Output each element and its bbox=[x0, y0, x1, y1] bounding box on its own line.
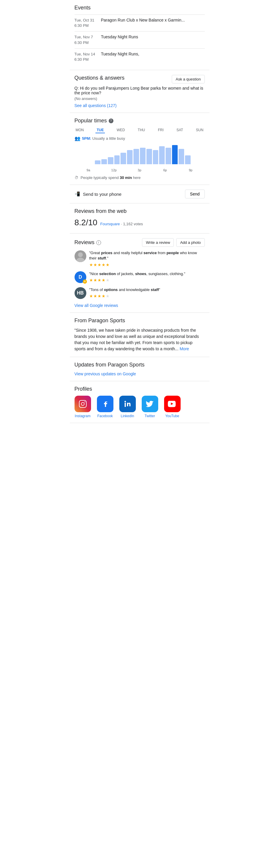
review-item: DG"Nice selection of jackets, shoes, sun… bbox=[74, 271, 205, 283]
svg-point-0 bbox=[78, 252, 83, 257]
avatar: HB bbox=[74, 287, 86, 299]
from-section: From Paragon Sports "Since 1908, we have… bbox=[70, 313, 209, 357]
chart-bar bbox=[101, 159, 107, 164]
reviews-web-section: Reviews from the web 8.2/10 Foursquare ·… bbox=[70, 204, 209, 234]
events-list: Tue, Oct 316:30 PM Paragon Run Club x Ne… bbox=[74, 14, 205, 65]
event-name: Tuesday Night Runs, bbox=[101, 52, 139, 62]
add-photo-button[interactable]: Add a photo bbox=[176, 238, 205, 247]
svg-point-4 bbox=[84, 401, 85, 402]
chart-bar bbox=[166, 148, 171, 164]
qa-see-all-link[interactable]: See all questions (127) bbox=[74, 103, 117, 108]
chart-bar bbox=[114, 155, 120, 164]
reviews-section: Reviews i Write a review Add a photo "Gr… bbox=[70, 234, 209, 313]
reviews-web-score-row: 8.2/10 Foursquare · 1,162 votes bbox=[74, 218, 205, 228]
review-content: "Tons of options and knowledgable staff"… bbox=[89, 287, 160, 299]
reviews-web-source: Foursquare · 1,162 votes bbox=[100, 222, 143, 226]
chart-bar bbox=[146, 149, 152, 164]
day-label-fri[interactable]: FRI bbox=[157, 127, 165, 133]
time-spend-text: People typically spend bbox=[81, 176, 120, 180]
info-icon[interactable]: i bbox=[96, 240, 101, 245]
chart-bar bbox=[140, 148, 145, 164]
x-label: 12p bbox=[101, 168, 127, 172]
star-rating: ★★★★★ bbox=[89, 278, 185, 282]
qa-question: Q: Hi do you sell Parajumpers Long Bear … bbox=[74, 86, 205, 95]
review-content: "Great prices and really helpful service… bbox=[89, 250, 205, 267]
review-content: "Nice selection of jackets, shoes, sungl… bbox=[89, 271, 185, 283]
chart-bar bbox=[120, 153, 126, 164]
profile-item-twitter[interactable]: Twitter bbox=[142, 396, 158, 418]
review-text: "Tons of options and knowledgable staff" bbox=[89, 287, 160, 292]
event-date: Tue, Oct 316:30 PM bbox=[74, 18, 101, 28]
profile-item-youtube[interactable]: YouTube bbox=[164, 396, 181, 418]
day-label-mon[interactable]: MON bbox=[74, 127, 85, 133]
event-name: Paragon Run Club x New Balance x Garmin.… bbox=[101, 18, 185, 28]
profile-label: Twitter bbox=[145, 414, 155, 418]
foursquare-link[interactable]: Foursquare bbox=[100, 222, 119, 226]
profile-label: YouTube bbox=[165, 414, 179, 418]
day-label-wed[interactable]: WED bbox=[115, 127, 126, 133]
help-icon[interactable]: ? bbox=[109, 119, 113, 123]
reviews-title: Reviews i bbox=[74, 239, 101, 246]
instagram-icon bbox=[74, 396, 91, 412]
review-item: "Great prices and really helpful service… bbox=[74, 250, 205, 267]
events-section: Events Tue, Oct 316:30 PM Paragon Run Cl… bbox=[70, 0, 209, 70]
profile-label: Instagram bbox=[75, 414, 91, 418]
x-label: 9p bbox=[178, 168, 204, 172]
from-more-link[interactable]: More bbox=[180, 346, 189, 351]
send-left: 📲 Send to your phone bbox=[74, 191, 122, 197]
updates-section: Updates from Paragon Sports View previou… bbox=[70, 357, 209, 381]
popular-times-label: Popular times bbox=[74, 118, 107, 124]
svg-point-3 bbox=[81, 402, 84, 405]
star-rating: ★★★★★ bbox=[89, 262, 205, 267]
review-text: "Nice selection of jackets, shoes, sungl… bbox=[89, 271, 185, 277]
star-rating: ★★★★★ bbox=[89, 294, 160, 299]
time-spend: ⏱ People typically spend 30 min here bbox=[74, 176, 205, 180]
event-date: Tue, Nov 146:30 PM bbox=[74, 52, 101, 62]
day-label-tue[interactable]: TUE bbox=[96, 127, 105, 133]
profile-item-linkedin[interactable]: LinkedIn bbox=[119, 396, 136, 418]
chart-container bbox=[74, 144, 205, 167]
from-title: From Paragon Sports bbox=[74, 317, 205, 324]
profile-item-facebook[interactable]: Facebook bbox=[97, 396, 113, 418]
popular-times-title: Popular times ? bbox=[74, 118, 205, 124]
profiles-grid: Instagram Facebook LinkedIn Twitter YouT… bbox=[74, 396, 205, 418]
people-icon: 👥 bbox=[74, 135, 80, 141]
event-row[interactable]: Tue, Nov 146:30 PM Tuesday Night Runs, bbox=[74, 49, 205, 65]
chart-bar bbox=[185, 155, 190, 164]
ask-question-button[interactable]: Ask a question bbox=[172, 75, 205, 84]
reviews-header: Reviews i Write a review Add a photo bbox=[74, 238, 205, 247]
day-label-sun[interactable]: SUN bbox=[195, 127, 205, 133]
reviews-list: "Great prices and really helpful service… bbox=[74, 250, 205, 299]
day-label-sat[interactable]: SAT bbox=[175, 127, 184, 133]
view-all-reviews-link[interactable]: View all Google reviews bbox=[74, 303, 118, 308]
chart-bar bbox=[178, 149, 184, 164]
chart-bar bbox=[95, 160, 101, 164]
chart-bar bbox=[159, 146, 165, 164]
youtube-icon bbox=[164, 396, 181, 412]
linkedin-icon bbox=[119, 396, 136, 412]
qa-section: Questions & answers Ask a question Q: Hi… bbox=[70, 70, 209, 113]
chart-bar bbox=[134, 149, 139, 164]
svg-point-6 bbox=[124, 401, 126, 402]
x-label: 3p bbox=[127, 168, 152, 172]
profile-label: LinkedIn bbox=[121, 414, 134, 418]
updates-link[interactable]: View previous updates on Google bbox=[74, 371, 136, 376]
send-label: Send to your phone bbox=[83, 192, 122, 197]
chart-bars bbox=[74, 144, 205, 164]
time-spend-suffix: here bbox=[132, 176, 141, 180]
time-duration: 30 min bbox=[119, 176, 132, 180]
profile-item-instagram[interactable]: Instagram bbox=[74, 396, 91, 418]
event-row[interactable]: Tue, Oct 316:30 PM Paragon Run Club x Ne… bbox=[74, 14, 205, 31]
day-label-thu[interactable]: THU bbox=[137, 127, 146, 133]
events-title: Events bbox=[74, 5, 205, 11]
profiles-section: Profiles Instagram Facebook LinkedIn Twi… bbox=[70, 381, 209, 423]
send-button[interactable]: Send bbox=[185, 190, 205, 198]
busy-desc: Usually a little busy bbox=[92, 136, 125, 141]
event-row[interactable]: Tue, Nov 76:30 PM Tuesday Night Runs bbox=[74, 31, 205, 48]
from-text: "Since 1908, we have taken pride in show… bbox=[74, 327, 205, 352]
busy-time: 5PM: bbox=[82, 136, 91, 141]
write-review-button[interactable]: Write a review bbox=[142, 238, 174, 247]
qa-title: Questions & answers bbox=[74, 75, 125, 81]
reviews-title-text: Reviews bbox=[74, 239, 95, 246]
chart-x-labels: 9a12p3p6p9p bbox=[74, 168, 205, 172]
